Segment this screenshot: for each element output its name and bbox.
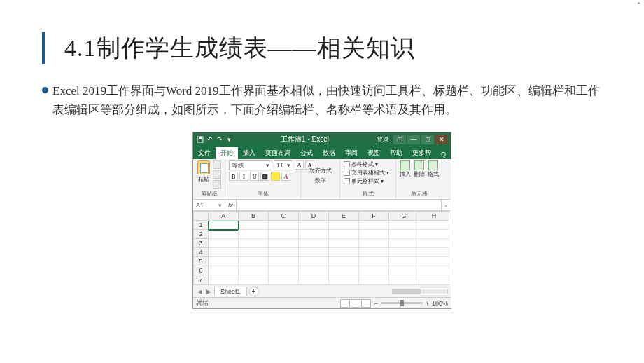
zoom-in-button[interactable]: + bbox=[426, 300, 429, 307]
cell[interactable] bbox=[419, 266, 449, 275]
cell[interactable] bbox=[329, 275, 359, 285]
cell[interactable] bbox=[239, 239, 269, 248]
cell[interactable] bbox=[389, 248, 419, 257]
cell[interactable] bbox=[269, 257, 299, 266]
cell[interactable] bbox=[329, 230, 359, 239]
row-header[interactable]: 1 bbox=[193, 221, 209, 230]
tab-data[interactable]: 数据 bbox=[318, 147, 340, 159]
tab-tell-me[interactable]: Q bbox=[436, 149, 451, 159]
cell[interactable] bbox=[299, 230, 329, 239]
cell[interactable] bbox=[299, 275, 329, 285]
zoom-thumb[interactable] bbox=[400, 300, 404, 306]
row-header[interactable]: 3 bbox=[193, 239, 209, 248]
cell[interactable] bbox=[239, 266, 269, 275]
font-name-combo[interactable]: 等线▾ bbox=[229, 160, 272, 170]
cell[interactable] bbox=[299, 221, 329, 230]
tab-insert[interactable]: 插入 bbox=[238, 147, 260, 159]
cell[interactable] bbox=[239, 230, 269, 239]
fill-color-icon[interactable] bbox=[271, 172, 280, 181]
cell[interactable] bbox=[209, 239, 239, 248]
cell[interactable] bbox=[389, 230, 419, 239]
cell-styles-button[interactable]: 单元格样式 ▾ bbox=[344, 177, 384, 185]
cell[interactable] bbox=[269, 230, 299, 239]
cell[interactable] bbox=[389, 221, 419, 230]
tab-file[interactable]: 文件 bbox=[193, 147, 216, 159]
cell[interactable] bbox=[329, 257, 359, 266]
cell[interactable] bbox=[359, 275, 389, 285]
cell[interactable] bbox=[209, 275, 239, 285]
cell[interactable] bbox=[269, 248, 299, 257]
number-button[interactable]: 数字 bbox=[315, 177, 326, 184]
column-header[interactable]: H bbox=[419, 211, 449, 221]
fx-button[interactable]: fx bbox=[225, 200, 237, 210]
format-button[interactable]: 格式 bbox=[428, 160, 439, 178]
undo-icon[interactable]: ↶ bbox=[206, 136, 214, 144]
cell[interactable] bbox=[359, 239, 389, 248]
cell[interactable] bbox=[419, 257, 449, 266]
cell[interactable] bbox=[419, 221, 449, 230]
row-header[interactable]: 2 bbox=[193, 230, 209, 239]
row-header[interactable]: 6 bbox=[193, 266, 209, 275]
cell[interactable] bbox=[359, 266, 389, 275]
cell[interactable] bbox=[329, 239, 359, 248]
select-all-corner[interactable] bbox=[193, 211, 209, 221]
conditional-format-button[interactable]: 条件格式 ▾ bbox=[344, 160, 378, 168]
zoom-slider[interactable] bbox=[381, 302, 423, 304]
cell[interactable] bbox=[209, 266, 239, 275]
tab-help[interactable]: 帮助 bbox=[385, 147, 407, 159]
cell[interactable] bbox=[389, 275, 419, 285]
bold-icon[interactable]: B bbox=[229, 172, 238, 181]
cell[interactable] bbox=[269, 239, 299, 248]
cell[interactable] bbox=[239, 221, 269, 230]
cell[interactable] bbox=[299, 257, 329, 266]
tab-page-layout[interactable]: 页面布局 bbox=[260, 147, 295, 159]
minimize-button[interactable]: — bbox=[407, 135, 420, 144]
cell[interactable] bbox=[239, 275, 269, 285]
cell[interactable] bbox=[209, 248, 239, 257]
cell[interactable] bbox=[359, 248, 389, 257]
cell[interactable] bbox=[329, 248, 359, 257]
cell[interactable] bbox=[389, 239, 419, 248]
login-link[interactable]: 登录 bbox=[377, 135, 389, 144]
border-icon[interactable]: ▦ bbox=[260, 172, 270, 181]
copy-icon[interactable] bbox=[213, 170, 221, 179]
insert-button[interactable]: 插入 bbox=[400, 160, 411, 178]
maximize-button[interactable]: □ bbox=[421, 135, 434, 144]
font-size-combo[interactable]: 11▾ bbox=[274, 160, 293, 170]
tab-view[interactable]: 视图 bbox=[363, 147, 385, 159]
redo-icon[interactable]: ↷ bbox=[216, 136, 223, 144]
cell[interactable] bbox=[389, 257, 419, 266]
alignment-button[interactable]: 对齐方式 bbox=[309, 167, 332, 174]
cell[interactable] bbox=[419, 239, 449, 248]
zoom-level[interactable]: 100% bbox=[432, 300, 448, 307]
delete-button[interactable]: 删除 bbox=[414, 160, 425, 178]
tab-review[interactable]: 审阅 bbox=[340, 147, 363, 159]
format-painter-icon[interactable] bbox=[213, 180, 221, 189]
zoom-out-button[interactable]: − bbox=[374, 300, 377, 307]
name-box[interactable]: A1▾ bbox=[193, 200, 225, 210]
cell[interactable] bbox=[389, 266, 419, 275]
page-break-view-icon[interactable] bbox=[361, 299, 371, 308]
cell[interactable] bbox=[419, 248, 449, 257]
cell[interactable] bbox=[329, 221, 359, 230]
column-header[interactable]: F bbox=[359, 211, 389, 221]
table-format-button[interactable]: 套用表格格式 ▾ bbox=[344, 169, 389, 177]
column-header[interactable]: D bbox=[299, 211, 329, 221]
row-header[interactable]: 4 bbox=[193, 248, 209, 257]
cell[interactable] bbox=[359, 230, 389, 239]
cell[interactable] bbox=[359, 221, 389, 230]
font-color-icon[interactable]: A bbox=[281, 172, 290, 181]
column-header[interactable]: G bbox=[389, 211, 419, 221]
formula-input[interactable] bbox=[237, 200, 441, 210]
cell[interactable] bbox=[299, 248, 329, 257]
cell[interactable] bbox=[299, 239, 329, 248]
sheet-nav-next-icon[interactable]: ▶ bbox=[205, 288, 212, 295]
cell[interactable] bbox=[299, 266, 329, 275]
cell[interactable] bbox=[419, 230, 449, 239]
underline-icon[interactable]: U bbox=[250, 172, 259, 181]
sheet-nav-prev-icon[interactable]: ◀ bbox=[196, 288, 203, 295]
row-header[interactable]: 5 bbox=[193, 257, 209, 266]
cell[interactable] bbox=[329, 266, 359, 275]
row-header[interactable]: 7 bbox=[193, 275, 209, 285]
new-sheet-button[interactable]: + bbox=[249, 287, 259, 296]
